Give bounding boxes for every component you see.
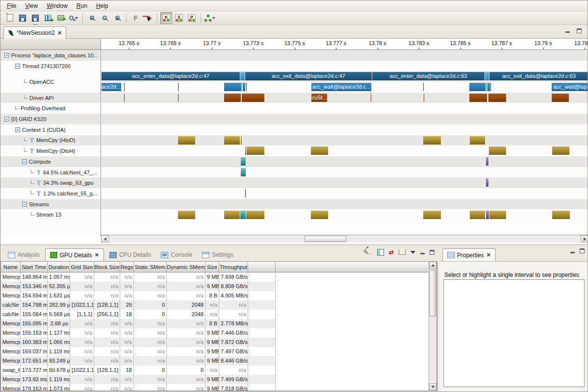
timeline-interval[interactable] [486, 211, 489, 219]
timeline-instant-marker[interactable] [124, 94, 125, 102]
zoom-in-button[interactable]: + [86, 12, 98, 24]
menu-file[interactable]: File [2, 1, 21, 10]
timeline-interval[interactable] [470, 211, 485, 219]
horizontal-scrollbar[interactable] [101, 235, 588, 243]
timeline-instant-marker[interactable] [241, 136, 242, 145]
timeline-instant-marker[interactable] [490, 83, 491, 91]
scrollbar-thumb[interactable] [305, 236, 346, 242]
table-row[interactable]: Memcp179.163 ms1.073 msn/an/an/an/an/a9 … [1, 384, 276, 391]
maximize-icon[interactable] [577, 28, 582, 33]
timeline-interval[interactable] [470, 136, 485, 145]
menu-view[interactable]: View [21, 1, 42, 10]
timeline-interval[interactable] [241, 168, 246, 176]
timeline-interval[interactable] [488, 94, 506, 102]
scroll-left-button[interactable] [101, 235, 109, 243]
timeline-instant-marker[interactable] [423, 83, 424, 91]
column-header[interactable]: Throughput [219, 262, 248, 272]
tree-row-34-3-swap-63-gpu[interactable]: 34.3% swap_63_gpu [0, 177, 101, 188]
timeline-interval[interactable]: ace2d.... [102, 83, 121, 91]
zoom-out-button[interactable]: − [99, 12, 110, 24]
tree-row-driver-api[interactable]: Driver API [0, 93, 101, 103]
column-header[interactable]: Size [205, 262, 219, 272]
tree-row-context-1-cuda[interactable]: −Context 1 (CUDA) [0, 124, 101, 135]
tree-row-1-2-calcnext-55-g[interactable]: 1.2% calcNext_55_g... [0, 188, 101, 199]
scroll-down-button[interactable] [429, 383, 436, 391]
scrollbar-thumb[interactable] [430, 270, 436, 317]
goto-marker-button[interactable] [142, 12, 154, 24]
kernel-view-button[interactable]: K [160, 12, 172, 24]
timeline-interval[interactable] [487, 83, 490, 91]
menu-run[interactable]: Run [72, 1, 92, 10]
table-row[interactable]: calcNe154.798 ms282.99 µs[1022,1,1][128,… [1, 300, 276, 310]
timeline-interval[interactable]: cuSt... [311, 94, 327, 102]
tree-row-64-5-calcnext-47[interactable]: 64.5% calcNext_47_... [0, 167, 101, 178]
tree-row-memcpy-htod[interactable]: MemCpy (HtoD) [0, 135, 101, 146]
timeline-interval[interactable] [241, 157, 246, 166]
tab-settings[interactable]: Settings [198, 248, 237, 261]
tree-row-streams[interactable]: −Streams [0, 199, 101, 210]
tree-row-0-grid-k520[interactable]: −[0] GRID K520 [0, 114, 101, 124]
timeline-interval[interactable] [240, 211, 246, 219]
timeline-instant-marker[interactable] [424, 94, 424, 102]
minimize-icon[interactable] [420, 253, 425, 254]
column-header[interactable]: Static SMem [134, 262, 167, 272]
tree-row-profiling-overhead[interactable]: Profiling Overhead [0, 103, 101, 114]
table-row[interactable]: Memcp169.037 ms1.119 msn/an/an/an/an/a9 … [1, 347, 276, 356]
timeline-interval[interactable] [489, 147, 506, 155]
timeline-interval[interactable] [224, 83, 241, 91]
menu-help[interactable]: Help [92, 1, 113, 10]
timeline-interval[interactable] [240, 72, 245, 80]
timeline-interval[interactable]: acc_enter_data@laplace2d.c:47 [102, 72, 240, 80]
tree-row-process-laplace-data-clauses-10[interactable]: −Process "laplace_data_clauses 10... [0, 50, 101, 61]
vertical-scrollbar[interactable] [429, 261, 437, 391]
collapse-icon[interactable]: − [4, 117, 9, 122]
timeline-interval[interactable] [423, 136, 441, 145]
table-row[interactable]: calcNe155.084 ms5.568 µs[1,1,1][256,1,1]… [1, 310, 276, 319]
collapse-icon[interactable]: − [15, 127, 20, 132]
layout-icon[interactable] [377, 249, 384, 256]
table-row[interactable]: Memcp148.864 ms1.057 msn/an/an/an/an/a9 … [1, 272, 276, 282]
timeline-instant-marker[interactable] [178, 83, 179, 91]
timeline-interval[interactable] [247, 147, 264, 155]
column-header[interactable]: Dynamic SMem [167, 262, 205, 272]
timeline-interval[interactable]: acc_wait@laplace2d.c... [311, 83, 371, 91]
column-header[interactable]: Grid Size [70, 262, 94, 272]
timeline-interval[interactable] [178, 211, 195, 219]
table-row[interactable]: Memcp154.594 ms1.631 µsn/an/an/an/an/a8 … [1, 291, 276, 300]
timeline-instant-marker[interactable] [178, 94, 179, 102]
maximize-icon[interactable] [430, 250, 435, 255]
collapse-icon[interactable]: − [4, 53, 9, 58]
timeline-interval[interactable] [552, 94, 569, 102]
table-row[interactable]: Memcp160.383 ms1.066 msn/an/an/an/an/a9 … [1, 338, 276, 347]
mark-timeline-button[interactable]: F [129, 12, 141, 24]
timeline-interval[interactable] [486, 178, 488, 187]
stream-view-button[interactable]: S [173, 12, 185, 24]
tab-gpu-details[interactable]: GPU Details✕ [45, 248, 104, 261]
minimize-icon[interactable] [570, 252, 575, 253]
timeline-interval[interactable] [246, 211, 264, 219]
timeline-interval[interactable] [469, 94, 487, 102]
timeline-interval[interactable] [224, 94, 241, 102]
tree-row-openacc[interactable]: OpenACC [0, 71, 101, 92]
collapse-icon[interactable]: − [22, 202, 27, 207]
process-view-button[interactable]: P [186, 12, 198, 24]
call-tree-button[interactable] [204, 12, 216, 24]
tab-properties[interactable]: Properties ✕ [442, 248, 496, 261]
save-all-button[interactable] [29, 12, 41, 24]
chevron-down-icon[interactable] [410, 251, 415, 254]
table-row[interactable]: Memcp172.651 ms93.249 µsn/an/an/an/an/a9… [1, 356, 276, 366]
table-row[interactable]: Memcp155.163 ms1.127 msn/an/an/an/an/a9 … [1, 328, 276, 338]
timeline-interval[interactable] [423, 211, 441, 219]
export-tray-icon[interactable] [399, 249, 406, 255]
scroll-up-button[interactable] [429, 262, 436, 269]
timeline-instant-marker[interactable] [486, 83, 487, 91]
zoom-fit-button[interactable]: ± [111, 12, 123, 24]
timeline-interval[interactable] [489, 211, 506, 219]
timeline-interval[interactable] [243, 83, 245, 91]
timeline-instant-marker[interactable] [124, 83, 125, 91]
timeline-interval[interactable] [224, 211, 240, 219]
timeline-interval[interactable] [178, 136, 195, 145]
zoom-selection-button[interactable] [68, 12, 79, 24]
timeline-interval[interactable] [311, 211, 328, 219]
minimize-icon[interactable] [565, 31, 570, 33]
